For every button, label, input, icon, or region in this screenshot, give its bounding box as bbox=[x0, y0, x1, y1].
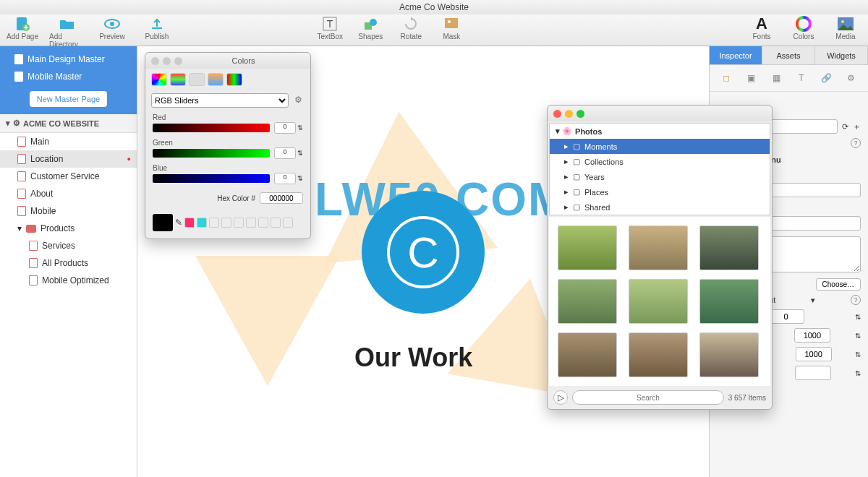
stepper-icon[interactable]: ⇅ bbox=[855, 351, 861, 358]
fonts-button[interactable]: A Fonts bbox=[744, 16, 780, 40]
colors-button[interactable]: Colors bbox=[786, 16, 822, 40]
mask-button[interactable]: Mask bbox=[433, 16, 469, 40]
hex-input[interactable] bbox=[260, 192, 303, 204]
color-slider[interactable] bbox=[153, 124, 270, 132]
photo-thumbnail[interactable] bbox=[699, 332, 759, 377]
tab-assets[interactable]: Assets bbox=[762, 46, 815, 64]
recent-color-swatch[interactable] bbox=[197, 218, 207, 228]
zoom-icon[interactable] bbox=[576, 110, 584, 118]
gear-icon[interactable]: ⚙ bbox=[844, 71, 859, 85]
photo-thumbnail[interactable] bbox=[629, 332, 688, 377]
color-slider[interactable] bbox=[153, 149, 270, 158]
logo-circle[interactable]: C bbox=[362, 191, 485, 314]
master-item-main[interactable]: Main Design Master bbox=[0, 51, 137, 68]
add-page-button[interactable]: Add Page bbox=[4, 16, 41, 48]
link-icon[interactable]: 🔗 bbox=[819, 71, 833, 85]
close-icon[interactable] bbox=[151, 57, 159, 65]
stepper-icon[interactable]: ⇅ bbox=[297, 150, 303, 157]
layout-icon[interactable]: ▣ bbox=[744, 71, 759, 85]
master-item-mobile[interactable]: Mobile Master bbox=[0, 68, 137, 85]
gear-icon[interactable]: ⚙ bbox=[292, 93, 305, 106]
empty-swatch[interactable] bbox=[283, 218, 293, 228]
sidebar-page[interactable]: Main bbox=[0, 133, 137, 150]
sidebar-folder[interactable]: ▾Products bbox=[0, 220, 137, 237]
stepper-icon[interactable]: ⇅ bbox=[855, 332, 861, 340]
empty-swatch[interactable] bbox=[258, 218, 268, 228]
sidebar-page[interactable]: Mobile Optimized bbox=[0, 272, 137, 289]
empty-swatch[interactable] bbox=[209, 218, 219, 228]
recent-color-swatch[interactable] bbox=[184, 218, 195, 228]
sidebar-page[interactable]: Location● bbox=[0, 150, 137, 168]
current-color-swatch[interactable] bbox=[153, 214, 173, 231]
stepper-icon[interactable]: ⇅ bbox=[297, 124, 303, 132]
publish-button[interactable]: Publish bbox=[139, 16, 175, 48]
tab-widgets[interactable]: Widgets bbox=[815, 46, 868, 64]
help-icon[interactable]: ? bbox=[851, 138, 861, 148]
help-icon[interactable]: ? bbox=[851, 295, 861, 305]
photo-thumbnail[interactable] bbox=[558, 279, 617, 324]
numeric-input[interactable] bbox=[796, 347, 832, 361]
search-input[interactable] bbox=[572, 390, 724, 405]
photos-source-item[interactable]: ▸ ▢ Shared bbox=[550, 199, 770, 215]
palette-tab[interactable] bbox=[189, 73, 205, 86]
sidebar-page[interactable]: Services bbox=[0, 237, 137, 254]
add-directory-button[interactable]: Add Directory bbox=[49, 16, 85, 48]
photo-thumbnail[interactable] bbox=[558, 332, 617, 377]
photos-source-item[interactable]: ▸ ▢ Moments bbox=[550, 139, 770, 154]
grid-icon[interactable]: ▦ bbox=[769, 71, 783, 85]
photos-source-item[interactable]: ▸ ▢ Places bbox=[550, 184, 770, 199]
slider-value[interactable]: 0 bbox=[274, 173, 296, 184]
photo-thumbnail[interactable] bbox=[558, 225, 617, 270]
minimize-icon[interactable] bbox=[565, 110, 573, 118]
numeric-input[interactable] bbox=[795, 366, 831, 380]
photos-source-item[interactable]: ▸ ▢ Collections bbox=[550, 154, 770, 169]
photos-header[interactable]: ▾ 🌸 Photos bbox=[550, 124, 770, 139]
photo-thumbnail[interactable] bbox=[699, 225, 759, 270]
spectrum-tab[interactable] bbox=[208, 73, 224, 86]
color-wheel-tab[interactable] bbox=[151, 73, 167, 86]
stepper-icon[interactable]: ⇅ bbox=[855, 313, 861, 321]
minimize-icon[interactable] bbox=[163, 57, 171, 65]
close-icon[interactable] bbox=[553, 110, 561, 118]
tab-inspector[interactable]: Inspector bbox=[710, 46, 762, 64]
sidebar-page[interactable]: About bbox=[0, 185, 137, 202]
photo-thumbnail[interactable] bbox=[629, 225, 688, 270]
page-settings-icon[interactable]: ◻ bbox=[719, 71, 733, 85]
canvas-heading[interactable]: Our Work bbox=[354, 343, 472, 373]
site-tree-header[interactable]: ▾ ⚙ ACME CO WEBSITE bbox=[0, 114, 137, 133]
empty-swatch[interactable] bbox=[271, 218, 281, 228]
stepper-icon[interactable]: ⇅ bbox=[297, 175, 303, 182]
sidebar-page[interactable]: All Products bbox=[0, 254, 137, 272]
slider-mode-select[interactable]: RGB Sliders bbox=[151, 93, 289, 108]
text-icon[interactable]: T bbox=[794, 71, 809, 85]
sidebar-page[interactable]: Customer Service bbox=[0, 168, 137, 185]
preview-button[interactable]: Preview bbox=[94, 16, 130, 48]
color-slider[interactable] bbox=[153, 174, 270, 183]
zoom-icon[interactable] bbox=[174, 57, 182, 65]
stepper-icon[interactable]: ⇅ bbox=[855, 369, 861, 377]
colors-panel-titlebar[interactable]: Colors bbox=[145, 53, 310, 69]
photo-thumbnail[interactable] bbox=[629, 279, 688, 324]
empty-swatch[interactable] bbox=[221, 218, 231, 228]
crayons-tab[interactable] bbox=[226, 73, 242, 86]
sliders-tab[interactable] bbox=[170, 73, 186, 86]
eyedropper-icon[interactable]: ✎ bbox=[175, 218, 182, 228]
empty-swatch[interactable] bbox=[246, 218, 256, 228]
slider-value[interactable]: 0 bbox=[274, 147, 296, 159]
sidebar-page[interactable]: Mobile bbox=[0, 202, 137, 220]
refresh-icon[interactable]: ⟳ bbox=[842, 122, 848, 132]
add-icon[interactable]: ＋ bbox=[853, 121, 861, 132]
slider-value[interactable]: 0 bbox=[274, 122, 296, 134]
photos-panel-titlebar[interactable] bbox=[548, 106, 772, 121]
new-master-page-button[interactable]: New Master Page bbox=[30, 91, 107, 107]
photos-source-item[interactable]: ▸ ▢ Years bbox=[550, 169, 770, 184]
dropdown-icon[interactable]: ▾ bbox=[811, 296, 815, 305]
numeric-input[interactable] bbox=[768, 309, 804, 324]
shapes-button[interactable]: Shapes bbox=[352, 16, 388, 40]
choose-button[interactable]: Choose… bbox=[816, 278, 861, 291]
play-button[interactable]: ▷ bbox=[553, 390, 568, 405]
rotate-button[interactable]: Rotate bbox=[393, 16, 429, 40]
media-button[interactable]: Media bbox=[827, 16, 864, 40]
textbox-button[interactable]: T TextBox bbox=[312, 16, 348, 40]
photo-thumbnail[interactable] bbox=[699, 279, 759, 324]
